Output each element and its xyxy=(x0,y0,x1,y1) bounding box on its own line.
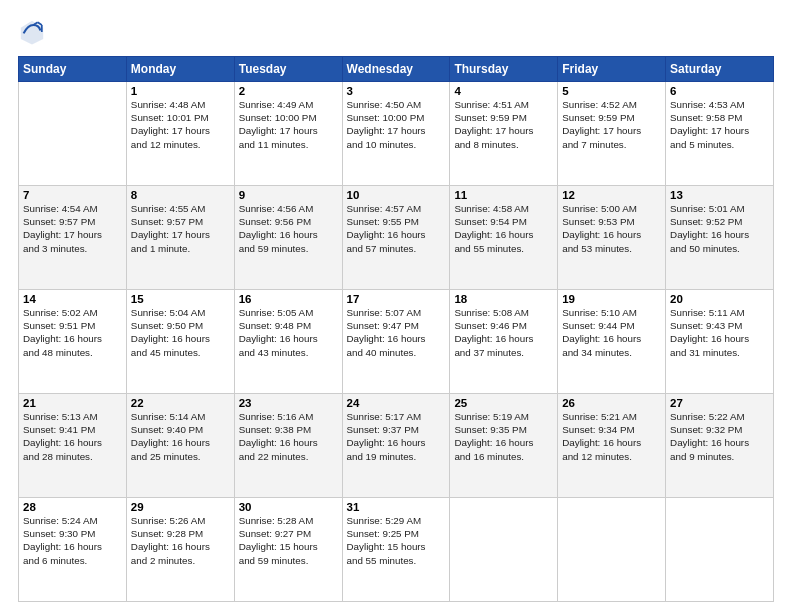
calendar-cell: 16Sunrise: 5:05 AM Sunset: 9:48 PM Dayli… xyxy=(234,290,342,394)
day-number: 3 xyxy=(347,85,446,97)
page: SundayMondayTuesdayWednesdayThursdayFrid… xyxy=(0,0,792,612)
day-number: 5 xyxy=(562,85,661,97)
day-info: Sunrise: 5:17 AM Sunset: 9:37 PM Dayligh… xyxy=(347,410,446,463)
day-number: 4 xyxy=(454,85,553,97)
calendar-cell xyxy=(19,82,127,186)
calendar-cell: 15Sunrise: 5:04 AM Sunset: 9:50 PM Dayli… xyxy=(126,290,234,394)
day-info: Sunrise: 4:53 AM Sunset: 9:58 PM Dayligh… xyxy=(670,98,769,151)
day-number: 30 xyxy=(239,501,338,513)
calendar-cell: 5Sunrise: 4:52 AM Sunset: 9:59 PM Daylig… xyxy=(558,82,666,186)
weekday-header-monday: Monday xyxy=(126,57,234,82)
calendar-cell: 3Sunrise: 4:50 AM Sunset: 10:00 PM Dayli… xyxy=(342,82,450,186)
day-info: Sunrise: 5:00 AM Sunset: 9:53 PM Dayligh… xyxy=(562,202,661,255)
day-info: Sunrise: 5:19 AM Sunset: 9:35 PM Dayligh… xyxy=(454,410,553,463)
calendar-week-4: 21Sunrise: 5:13 AM Sunset: 9:41 PM Dayli… xyxy=(19,394,774,498)
weekday-header-tuesday: Tuesday xyxy=(234,57,342,82)
header xyxy=(18,18,774,46)
day-info: Sunrise: 5:04 AM Sunset: 9:50 PM Dayligh… xyxy=(131,306,230,359)
day-number: 21 xyxy=(23,397,122,409)
day-info: Sunrise: 4:54 AM Sunset: 9:57 PM Dayligh… xyxy=(23,202,122,255)
day-number: 25 xyxy=(454,397,553,409)
calendar-cell: 10Sunrise: 4:57 AM Sunset: 9:55 PM Dayli… xyxy=(342,186,450,290)
calendar-cell: 11Sunrise: 4:58 AM Sunset: 9:54 PM Dayli… xyxy=(450,186,558,290)
day-number: 6 xyxy=(670,85,769,97)
day-info: Sunrise: 4:50 AM Sunset: 10:00 PM Daylig… xyxy=(347,98,446,151)
day-info: Sunrise: 5:22 AM Sunset: 9:32 PM Dayligh… xyxy=(670,410,769,463)
day-info: Sunrise: 4:58 AM Sunset: 9:54 PM Dayligh… xyxy=(454,202,553,255)
day-info: Sunrise: 5:14 AM Sunset: 9:40 PM Dayligh… xyxy=(131,410,230,463)
day-info: Sunrise: 5:07 AM Sunset: 9:47 PM Dayligh… xyxy=(347,306,446,359)
calendar-cell: 20Sunrise: 5:11 AM Sunset: 9:43 PM Dayli… xyxy=(666,290,774,394)
day-info: Sunrise: 4:57 AM Sunset: 9:55 PM Dayligh… xyxy=(347,202,446,255)
calendar-cell: 9Sunrise: 4:56 AM Sunset: 9:56 PM Daylig… xyxy=(234,186,342,290)
day-number: 29 xyxy=(131,501,230,513)
calendar-header-row: SundayMondayTuesdayWednesdayThursdayFrid… xyxy=(19,57,774,82)
day-info: Sunrise: 5:13 AM Sunset: 9:41 PM Dayligh… xyxy=(23,410,122,463)
weekday-header-friday: Friday xyxy=(558,57,666,82)
day-number: 20 xyxy=(670,293,769,305)
day-number: 19 xyxy=(562,293,661,305)
day-info: Sunrise: 4:52 AM Sunset: 9:59 PM Dayligh… xyxy=(562,98,661,151)
day-info: Sunrise: 5:21 AM Sunset: 9:34 PM Dayligh… xyxy=(562,410,661,463)
day-info: Sunrise: 5:10 AM Sunset: 9:44 PM Dayligh… xyxy=(562,306,661,359)
calendar-cell xyxy=(450,498,558,602)
calendar-cell: 6Sunrise: 4:53 AM Sunset: 9:58 PM Daylig… xyxy=(666,82,774,186)
calendar-cell: 29Sunrise: 5:26 AM Sunset: 9:28 PM Dayli… xyxy=(126,498,234,602)
day-number: 18 xyxy=(454,293,553,305)
calendar-cell: 13Sunrise: 5:01 AM Sunset: 9:52 PM Dayli… xyxy=(666,186,774,290)
day-number: 22 xyxy=(131,397,230,409)
day-number: 13 xyxy=(670,189,769,201)
calendar-cell: 17Sunrise: 5:07 AM Sunset: 9:47 PM Dayli… xyxy=(342,290,450,394)
day-number: 17 xyxy=(347,293,446,305)
day-number: 11 xyxy=(454,189,553,201)
calendar-cell xyxy=(558,498,666,602)
calendar-cell: 14Sunrise: 5:02 AM Sunset: 9:51 PM Dayli… xyxy=(19,290,127,394)
calendar-cell: 31Sunrise: 5:29 AM Sunset: 9:25 PM Dayli… xyxy=(342,498,450,602)
calendar-week-3: 14Sunrise: 5:02 AM Sunset: 9:51 PM Dayli… xyxy=(19,290,774,394)
calendar-cell: 4Sunrise: 4:51 AM Sunset: 9:59 PM Daylig… xyxy=(450,82,558,186)
calendar-cell: 7Sunrise: 4:54 AM Sunset: 9:57 PM Daylig… xyxy=(19,186,127,290)
calendar-week-1: 1Sunrise: 4:48 AM Sunset: 10:01 PM Dayli… xyxy=(19,82,774,186)
calendar-cell xyxy=(666,498,774,602)
day-info: Sunrise: 5:11 AM Sunset: 9:43 PM Dayligh… xyxy=(670,306,769,359)
calendar-cell: 2Sunrise: 4:49 AM Sunset: 10:00 PM Dayli… xyxy=(234,82,342,186)
weekday-header-sunday: Sunday xyxy=(19,57,127,82)
day-number: 10 xyxy=(347,189,446,201)
calendar-cell: 18Sunrise: 5:08 AM Sunset: 9:46 PM Dayli… xyxy=(450,290,558,394)
weekday-header-saturday: Saturday xyxy=(666,57,774,82)
calendar-cell: 24Sunrise: 5:17 AM Sunset: 9:37 PM Dayli… xyxy=(342,394,450,498)
day-info: Sunrise: 5:02 AM Sunset: 9:51 PM Dayligh… xyxy=(23,306,122,359)
day-number: 9 xyxy=(239,189,338,201)
calendar-cell: 12Sunrise: 5:00 AM Sunset: 9:53 PM Dayli… xyxy=(558,186,666,290)
calendar-cell: 1Sunrise: 4:48 AM Sunset: 10:01 PM Dayli… xyxy=(126,82,234,186)
calendar-cell: 25Sunrise: 5:19 AM Sunset: 9:35 PM Dayli… xyxy=(450,394,558,498)
day-number: 14 xyxy=(23,293,122,305)
weekday-header-thursday: Thursday xyxy=(450,57,558,82)
day-number: 27 xyxy=(670,397,769,409)
calendar-cell: 8Sunrise: 4:55 AM Sunset: 9:57 PM Daylig… xyxy=(126,186,234,290)
day-info: Sunrise: 4:56 AM Sunset: 9:56 PM Dayligh… xyxy=(239,202,338,255)
day-number: 28 xyxy=(23,501,122,513)
day-number: 31 xyxy=(347,501,446,513)
calendar-cell: 27Sunrise: 5:22 AM Sunset: 9:32 PM Dayli… xyxy=(666,394,774,498)
day-info: Sunrise: 4:51 AM Sunset: 9:59 PM Dayligh… xyxy=(454,98,553,151)
day-info: Sunrise: 4:55 AM Sunset: 9:57 PM Dayligh… xyxy=(131,202,230,255)
day-number: 1 xyxy=(131,85,230,97)
calendar-week-2: 7Sunrise: 4:54 AM Sunset: 9:57 PM Daylig… xyxy=(19,186,774,290)
day-info: Sunrise: 4:48 AM Sunset: 10:01 PM Daylig… xyxy=(131,98,230,151)
calendar-cell: 28Sunrise: 5:24 AM Sunset: 9:30 PM Dayli… xyxy=(19,498,127,602)
logo-icon xyxy=(18,18,46,46)
calendar-week-5: 28Sunrise: 5:24 AM Sunset: 9:30 PM Dayli… xyxy=(19,498,774,602)
day-number: 24 xyxy=(347,397,446,409)
day-info: Sunrise: 5:26 AM Sunset: 9:28 PM Dayligh… xyxy=(131,514,230,567)
day-number: 12 xyxy=(562,189,661,201)
calendar-cell: 30Sunrise: 5:28 AM Sunset: 9:27 PM Dayli… xyxy=(234,498,342,602)
day-number: 2 xyxy=(239,85,338,97)
day-info: Sunrise: 5:16 AM Sunset: 9:38 PM Dayligh… xyxy=(239,410,338,463)
calendar-cell: 22Sunrise: 5:14 AM Sunset: 9:40 PM Dayli… xyxy=(126,394,234,498)
day-info: Sunrise: 5:01 AM Sunset: 9:52 PM Dayligh… xyxy=(670,202,769,255)
day-number: 15 xyxy=(131,293,230,305)
day-number: 7 xyxy=(23,189,122,201)
calendar-table: SundayMondayTuesdayWednesdayThursdayFrid… xyxy=(18,56,774,602)
day-info: Sunrise: 5:05 AM Sunset: 9:48 PM Dayligh… xyxy=(239,306,338,359)
